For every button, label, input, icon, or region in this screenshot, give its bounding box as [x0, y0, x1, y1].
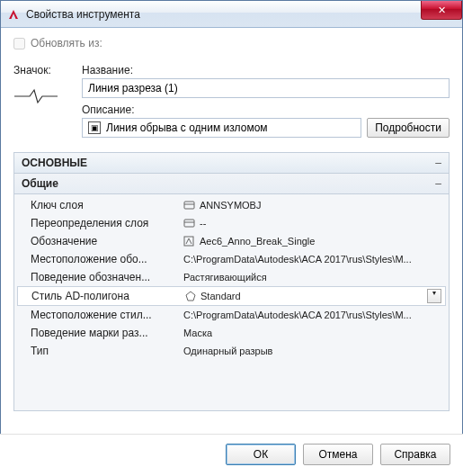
property-row[interactable]: Ключ слояANNSYMOBJ	[14, 196, 449, 214]
property-value: Маска	[183, 328, 449, 338]
svg-marker-5	[186, 292, 195, 301]
property-panel: ОСНОВНЫЕ – Общие – Ключ слояANNSYMOBJПер…	[13, 152, 450, 411]
update-from-checkbox[interactable]	[13, 38, 25, 49]
collapse-icon[interactable]: –	[435, 157, 441, 169]
category-main-header[interactable]: ОСНОВНЫЕ –	[14, 153, 449, 174]
help-button[interactable]: Справка	[380, 444, 450, 465]
property-list: Ключ слояANNSYMOBJПереопределения слоя--…	[14, 194, 449, 362]
property-key: Ключ слоя	[31, 199, 183, 211]
cancel-button[interactable]: Отмена	[303, 444, 373, 465]
property-value-text: Standard	[200, 291, 241, 301]
icon-name-section: Значок: Название: Описание: ▣ Линия обры…	[13, 64, 450, 138]
close-icon: ✕	[438, 4, 446, 16]
window-title: Свойства инструмента	[26, 8, 140, 21]
property-row[interactable]: Стиль AD-полигонаStandard▾	[17, 286, 446, 306]
polygon-icon	[184, 291, 197, 301]
svg-rect-0	[184, 202, 194, 209]
property-value-text: ANNSYMOBJ	[200, 200, 261, 211]
property-row[interactable]: ОбозначениеAec6_Anno_Break_Single	[14, 232, 449, 250]
property-key: Поведение обозначен...	[31, 271, 183, 283]
property-value-text: Aec6_Anno_Break_Single	[200, 236, 315, 247]
property-value: Одинарный разрыв	[183, 346, 449, 356]
property-value-text: Маска	[183, 328, 212, 338]
property-value-text: C:\ProgramData\Autodesk\ACA 2017\rus\Sty…	[183, 310, 412, 320]
property-value: Растягивающийся	[183, 272, 449, 283]
property-row[interactable]: Местоположение стил...C:\ProgramData\Aut…	[14, 306, 449, 324]
tool-preview-icon[interactable]	[13, 84, 58, 109]
property-value: C:\ProgramData\Autodesk\ACA 2017\rus\Sty…	[183, 254, 449, 265]
property-row[interactable]: Поведение марки раз...Маска	[14, 324, 449, 342]
property-value: Standard▾	[184, 289, 445, 303]
property-row[interactable]: ТипОдинарный разрыв	[14, 342, 449, 360]
property-key: Местоположение обо...	[31, 253, 183, 265]
collapse-icon[interactable]: –	[435, 177, 441, 190]
description-icon: ▣	[88, 121, 101, 134]
property-value: C:\ProgramData\Autodesk\ACA 2017\rus\Sty…	[183, 310, 449, 320]
property-key: Местоположение стил...	[31, 309, 183, 321]
description-row: ▣ Линия обрыва с одним изломом Подробнос…	[82, 118, 450, 138]
app-icon	[6, 7, 21, 22]
layer-icon	[183, 200, 196, 211]
description-label: Описание:	[82, 103, 450, 116]
close-button[interactable]: ✕	[421, 1, 462, 20]
property-value: Aec6_Anno_Break_Single	[183, 236, 449, 247]
property-value: --	[183, 218, 449, 229]
dialog-content: Обновлять из: Значок: Название: Описание…	[1, 28, 462, 411]
update-from-label: Обновлять из:	[31, 37, 102, 49]
category-main-label: ОСНОВНЫЕ	[22, 157, 87, 169]
symbol-icon	[183, 236, 196, 247]
description-text: Линия обрыва с одним изломом	[106, 121, 268, 134]
property-key: Поведение марки раз...	[31, 327, 183, 339]
property-row[interactable]: Переопределения слоя--	[14, 214, 449, 232]
svg-rect-2	[184, 220, 194, 227]
layer-icon	[183, 218, 196, 229]
property-value: ANNSYMOBJ	[183, 200, 449, 211]
titlebar: Свойства инструмента ✕	[1, 1, 462, 28]
description-box[interactable]: ▣ Линия обрыва с одним изломом	[82, 118, 361, 138]
property-value-text: C:\ProgramData\Autodesk\ACA 2017\rus\Sty…	[183, 254, 412, 265]
property-key: Тип	[31, 345, 183, 357]
category-general-label: Общие	[22, 177, 58, 190]
property-value-text: Одинарный разрыв	[183, 346, 272, 356]
fields-column: Название: Описание: ▣ Линия обрыва с одн…	[82, 64, 450, 138]
details-button[interactable]: Подробности	[367, 118, 450, 138]
dialog-button-bar: ОК Отмена Справка	[0, 434, 463, 476]
property-key: Стиль AD-полигона	[31, 290, 184, 302]
name-input[interactable]	[82, 78, 450, 98]
property-key: Обозначение	[31, 235, 183, 247]
update-from-row: Обновлять из:	[13, 37, 450, 49]
dropdown-button[interactable]: ▾	[427, 289, 441, 303]
icon-label: Значок:	[13, 64, 51, 76]
panel-filler	[14, 362, 449, 410]
property-key: Переопределения слоя	[31, 217, 183, 229]
property-value-text: Растягивающийся	[183, 272, 267, 283]
property-row[interactable]: Местоположение обо...C:\ProgramData\Auto…	[14, 250, 449, 268]
name-label: Название:	[82, 64, 450, 76]
ok-button[interactable]: ОК	[226, 444, 296, 465]
category-general-header[interactable]: Общие –	[14, 174, 449, 194]
icon-column: Значок:	[13, 64, 67, 109]
property-row[interactable]: Поведение обозначен...Растягивающийся	[14, 268, 449, 286]
property-value-text: --	[200, 218, 206, 229]
